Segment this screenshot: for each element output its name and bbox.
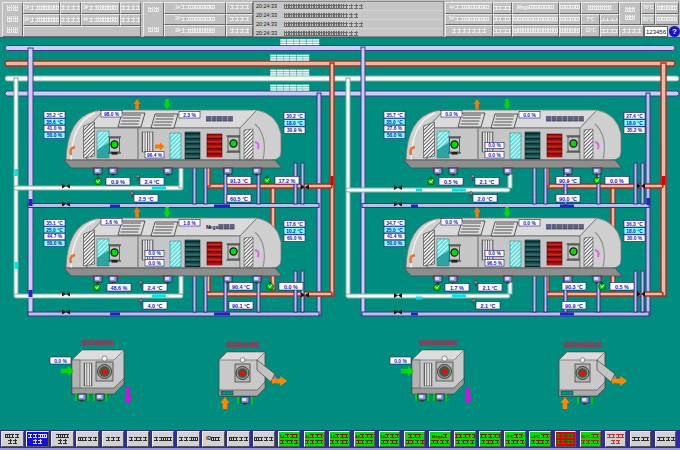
svg-text:27.4 °C: 27.4 °C: [626, 114, 643, 119]
svg-text:0.0 %: 0.0 %: [610, 178, 624, 184]
svg-text:0.0 %: 0.0 %: [148, 261, 161, 266]
svg-text:35.1 °C: 35.1 °C: [46, 221, 63, 226]
svg-text:30.2 °C: 30.2 °C: [286, 114, 303, 119]
svg-text:0.0 %: 0.0 %: [445, 220, 458, 225]
svg-text:1.7 %: 1.7 %: [450, 285, 464, 291]
svg-text:25.0 °C: 25.0 °C: [46, 228, 63, 233]
svg-text:90.4 °C: 90.4 °C: [232, 284, 250, 290]
svg-text:1.6 %: 1.6 %: [105, 220, 118, 225]
svg-text:50.0 %: 50.0 %: [387, 133, 403, 138]
svg-text:90.1 °C: 90.1 °C: [232, 303, 250, 309]
svg-text:90.9 °C: 90.9 °C: [559, 178, 577, 184]
svg-text:0.5 %: 0.5 %: [615, 284, 629, 290]
svg-text:35.0 °C: 35.0 °C: [386, 120, 403, 125]
svg-text:25.0 °C: 25.0 °C: [386, 228, 403, 233]
svg-text:35.2 °C: 35.2 °C: [46, 113, 63, 118]
svg-text:2.0 °C: 2.0 °C: [477, 196, 492, 202]
svg-text:0.0 %: 0.0 %: [394, 359, 407, 364]
svg-text:90.3 °C: 90.3 °C: [565, 284, 583, 290]
svg-text:0.0 %: 0.0 %: [148, 251, 161, 256]
svg-text:60.5 °C: 60.5 °C: [230, 196, 248, 202]
svg-text:35.6 °C: 35.6 °C: [46, 120, 63, 125]
svg-text:0.5 %: 0.5 %: [444, 179, 458, 185]
svg-text:2.1 °C: 2.1 °C: [479, 179, 494, 185]
svg-text:0.0 %: 0.0 %: [284, 284, 298, 290]
svg-text:35.2 %: 35.2 %: [627, 128, 643, 133]
svg-text:30.9 %: 30.9 %: [287, 128, 303, 133]
svg-text:60.0 %: 60.0 %: [287, 236, 303, 241]
svg-text:90.9 °C: 90.9 °C: [565, 303, 583, 309]
svg-text:2.1 °C: 2.1 °C: [480, 303, 495, 309]
svg-text:2.4 °C: 2.4 °C: [144, 179, 159, 185]
svg-text:1.8 %: 1.8 %: [183, 221, 196, 226]
svg-text:35.7 °C: 35.7 °C: [386, 113, 403, 118]
svg-text:50.0 %: 50.0 %: [47, 241, 63, 246]
svg-text:96.4 %: 96.4 %: [147, 153, 163, 158]
svg-text:0.0 %: 0.0 %: [445, 112, 458, 117]
svg-text:18.0 °C: 18.0 °C: [286, 121, 303, 126]
svg-text:44.7 %: 44.7 %: [47, 234, 63, 239]
svg-text:0.0 %: 0.0 %: [54, 359, 67, 364]
svg-text:34.7 °C: 34.7 °C: [386, 221, 403, 226]
svg-text:90.0 °C: 90.0 °C: [559, 196, 577, 202]
svg-text:41.0 %: 41.0 %: [47, 126, 63, 131]
svg-text:50.0 %: 50.0 %: [47, 133, 63, 138]
svg-text:18.0 °C: 18.0 °C: [626, 229, 643, 234]
svg-text:48.6 %: 48.6 %: [111, 285, 128, 291]
svg-text:98.0 %: 98.0 %: [104, 112, 120, 117]
svg-text:96.5 %: 96.5 %: [487, 261, 503, 266]
svg-text:2.4 °C: 2.4 °C: [147, 285, 162, 291]
svg-text:0.0 %: 0.0 %: [523, 221, 536, 226]
svg-text:2.3 %: 2.3 %: [183, 113, 196, 118]
svg-text:4.0 °C: 4.0 °C: [147, 303, 162, 309]
svg-text:2.1 °C: 2.1 °C: [482, 285, 497, 291]
svg-text:0.0 %: 0.0 %: [488, 153, 501, 158]
svg-text:10.2 °C: 10.2 °C: [286, 229, 303, 234]
svg-text:41.4 %: 41.4 %: [387, 234, 403, 239]
svg-text:0.9 %: 0.9 %: [111, 179, 125, 185]
svg-text:30.0 %: 30.0 %: [627, 236, 643, 241]
svg-text:50.0 %: 50.0 %: [387, 241, 403, 246]
svg-text:2.5 °C: 2.5 °C: [138, 196, 153, 202]
svg-text:27.6 %: 27.6 %: [387, 126, 403, 131]
svg-text:91.3 °C: 91.3 °C: [230, 178, 248, 184]
svg-text:0.0 %: 0.0 %: [523, 113, 536, 118]
svg-text:17.6 °C: 17.6 °C: [286, 222, 303, 227]
svg-text:0.0 %: 0.0 %: [488, 143, 501, 148]
svg-text:0.0 %: 0.0 %: [488, 251, 501, 256]
svg-text:36.3 °C: 36.3 °C: [626, 222, 643, 227]
svg-text:18.0 °C: 18.0 °C: [626, 121, 643, 126]
svg-text:17.2 %: 17.2 %: [279, 178, 296, 184]
